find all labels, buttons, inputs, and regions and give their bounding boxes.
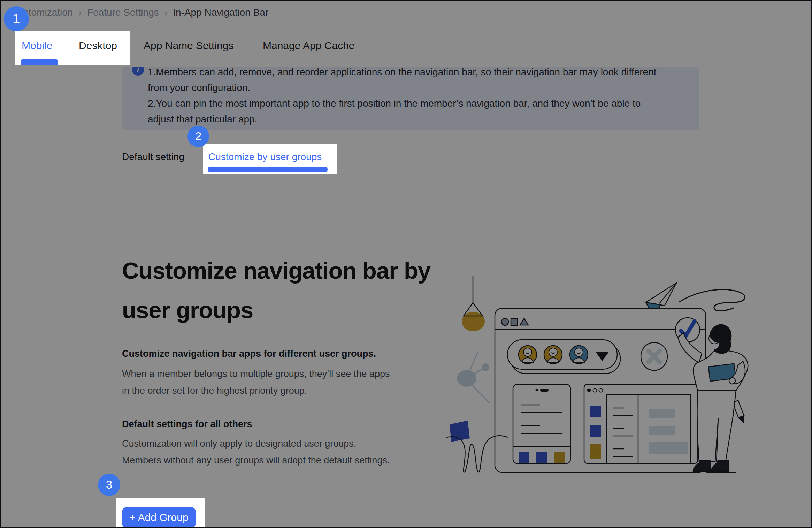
highlight-tabs: Mobile Desktop <box>15 31 130 65</box>
active-tab-underline <box>21 59 58 65</box>
dim-overlay <box>1 1 811 527</box>
tab-mobile[interactable]: Mobile <box>22 40 52 52</box>
active-subtab-underline <box>208 167 328 172</box>
subtab-customize-by-user-groups[interactable]: Customize by user groups <box>208 151 322 163</box>
add-group-button[interactable]: + Add Group <box>122 507 196 528</box>
highlight-add-group: + Add Group <box>116 498 205 528</box>
tab-desktop[interactable]: Desktop <box>79 40 117 52</box>
step-badge-2: 2 <box>187 126 209 147</box>
highlight-customize-subtab: Customize by user groups <box>203 144 337 174</box>
step-badge-3: 3 <box>98 474 120 496</box>
step-badge-1: 1 <box>4 6 29 31</box>
annotated-settings-screenshot: Customization › Feature Settings › In-Ap… <box>0 0 812 528</box>
